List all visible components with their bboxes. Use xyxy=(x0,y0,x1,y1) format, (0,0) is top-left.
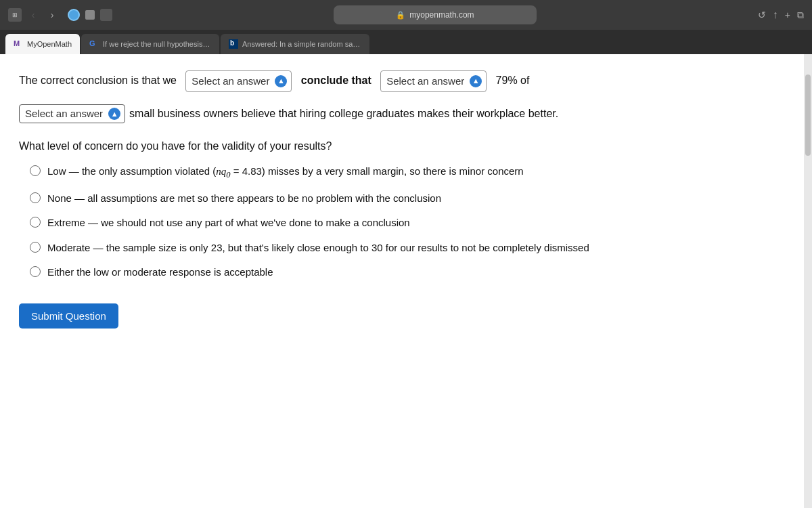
math-nq0: nq0 xyxy=(216,166,230,177)
intro-text: The correct conclusion is that we xyxy=(19,75,177,86)
conclude-text: conclude that xyxy=(301,75,371,86)
option-extreme-dash: — xyxy=(88,217,101,228)
myopenmath-favicon: M xyxy=(14,39,23,49)
tab-google[interactable]: G If we reject the null hypothesis when … xyxy=(81,34,219,54)
percent-text: 79% of xyxy=(496,75,530,86)
tab-bartleby[interactable]: b Answered: In a simple random sample of… xyxy=(221,34,369,54)
select-answer-2-chevron: ▲ xyxy=(470,75,482,87)
sidebar-toggle-button[interactable]: ⊞ xyxy=(8,8,22,22)
question-line-2: Select an answer ▲ small business owners… xyxy=(19,104,785,124)
back-button[interactable]: ‹ xyxy=(26,7,41,22)
option-extreme-label: Extreme xyxy=(47,217,85,228)
option-low-text: Low — the only assumption violated (nq0 … xyxy=(47,164,785,182)
option-none[interactable]: None — all assumptions are met so there … xyxy=(30,191,785,207)
forward-button[interactable]: › xyxy=(45,7,60,22)
select-answer-1[interactable]: Select an answer ▲ xyxy=(185,70,292,92)
select-answer-3[interactable]: Select an answer ▲ xyxy=(19,104,125,124)
scrollbar-track[interactable] xyxy=(804,54,812,508)
bartleby-favicon: b xyxy=(229,39,238,49)
google-favicon: G xyxy=(89,39,99,49)
option-either-desc: Either the low or moderate response is a… xyxy=(47,266,273,278)
tab-bar: M MyOpenMath G If we reject the null hyp… xyxy=(0,30,812,54)
option-extreme[interactable]: Extreme — we should not use any part of … xyxy=(30,215,785,231)
submit-button[interactable]: Submit Question xyxy=(19,303,118,329)
tab-myopenmath[interactable]: M MyOpenMath xyxy=(5,34,80,54)
tab-google-label: If we reject the null hypothesis when th… xyxy=(103,40,211,48)
share-icon[interactable]: ↑ xyxy=(773,9,778,21)
browser-chrome: ⊞ ‹ › 🔒 myopenmath.com ↺ ↑ + ⧉ xyxy=(0,0,812,30)
browser-controls: ⊞ ‹ › xyxy=(8,7,60,22)
content-panel: The correct conclusion is that we Select… xyxy=(0,54,804,508)
radio-circle-none xyxy=(30,192,41,203)
option-either[interactable]: Either the low or moderate response is a… xyxy=(30,265,785,280)
tab-myopenmath-label: MyOpenMath xyxy=(27,40,72,48)
select-answer-2-label: Select an answer xyxy=(386,72,464,90)
radio-circle-low xyxy=(30,165,41,176)
option-moderate-label: Moderate xyxy=(47,242,90,253)
option-low-desc: the only assumption violated (nq0 = 4.83… xyxy=(82,165,524,177)
select-answer-3-chevron: ▲ xyxy=(108,108,120,120)
question-conclusion: The correct conclusion is that we Select… xyxy=(19,70,785,92)
option-moderate[interactable]: Moderate — the sample size is only 23, b… xyxy=(30,240,785,256)
select-answer-2[interactable]: Select an answer ▲ xyxy=(380,70,487,92)
reload-icon[interactable]: ↺ xyxy=(758,9,766,20)
option-none-text: None — all assumptions are met so there … xyxy=(47,191,785,207)
browser-actions: ↺ ↑ + ⧉ xyxy=(758,9,804,21)
radio-circle-either xyxy=(30,266,41,277)
url-text: myopenmath.com xyxy=(409,10,474,20)
validity-question-block: What level of concern do you have for th… xyxy=(19,138,785,280)
lock-icon: 🔒 xyxy=(396,11,405,20)
option-low-label: Low xyxy=(47,165,66,177)
scrollbar-thumb[interactable] xyxy=(805,75,811,156)
radio-circle-extreme xyxy=(30,217,41,228)
add-tab-icon[interactable]: + xyxy=(785,9,790,20)
rest-text: small business owners believe that hirin… xyxy=(129,106,558,122)
radio-group: Low — the only assumption violated (nq0 … xyxy=(19,164,785,280)
duplicate-icon[interactable]: ⧉ xyxy=(797,9,804,21)
select-answer-3-label: Select an answer xyxy=(25,106,103,122)
radio-circle-moderate xyxy=(30,242,41,253)
tab-bartleby-label: Answered: In a simple random sample of 2… xyxy=(242,40,361,48)
option-extreme-desc: we should not use any part of what we've… xyxy=(101,217,409,228)
option-moderate-text: Moderate — the sample size is only 23, b… xyxy=(47,240,785,256)
url-bar-container: 🔒 myopenmath.com xyxy=(118,5,752,24)
option-moderate-dash: — xyxy=(93,242,106,253)
option-none-label: None xyxy=(47,192,72,204)
option-low-dash: — xyxy=(69,165,82,177)
option-none-desc: all assumptions are met so there appears… xyxy=(87,192,441,204)
option-extreme-text: Extreme — we should not use any part of … xyxy=(47,215,785,231)
select-answer-1-chevron: ▲ xyxy=(275,75,287,87)
option-either-text: Either the low or moderate response is a… xyxy=(47,265,785,280)
page-area: The correct conclusion is that we Select… xyxy=(0,54,812,508)
option-moderate-desc: the sample size is only 23, but that's l… xyxy=(106,242,589,253)
select-answer-1-label: Select an answer xyxy=(191,72,269,90)
option-low[interactable]: Low — the only assumption violated (nq0 … xyxy=(30,164,785,182)
validity-question-text: What level of concern do you have for th… xyxy=(19,138,785,154)
option-none-dash: — xyxy=(74,192,87,204)
url-bar[interactable]: 🔒 myopenmath.com xyxy=(334,5,537,24)
